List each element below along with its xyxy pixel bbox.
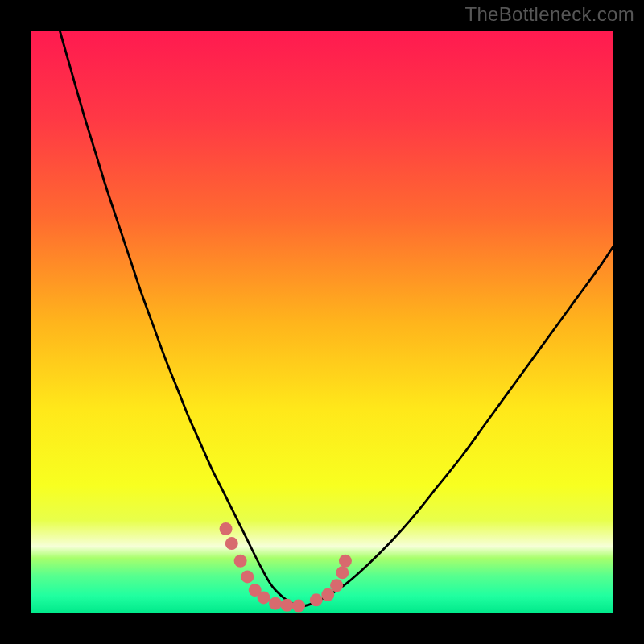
data-marker [281, 599, 294, 612]
data-marker [241, 570, 254, 583]
data-marker [339, 555, 352, 568]
data-marker [292, 600, 305, 613]
chart-container: TheBottleneck.com [0, 0, 644, 644]
data-marker [310, 593, 323, 606]
watermark-label: TheBottleneck.com [464, 3, 634, 26]
plot-area [31, 31, 613, 613]
data-marker [258, 591, 270, 604]
data-marker [225, 537, 238, 550]
data-marker [220, 522, 233, 535]
data-marker [234, 555, 247, 568]
data-marker [269, 597, 282, 610]
data-marker [336, 566, 349, 579]
data-marker [330, 579, 343, 592]
chart-svg [31, 31, 613, 613]
gradient-background [31, 31, 613, 613]
